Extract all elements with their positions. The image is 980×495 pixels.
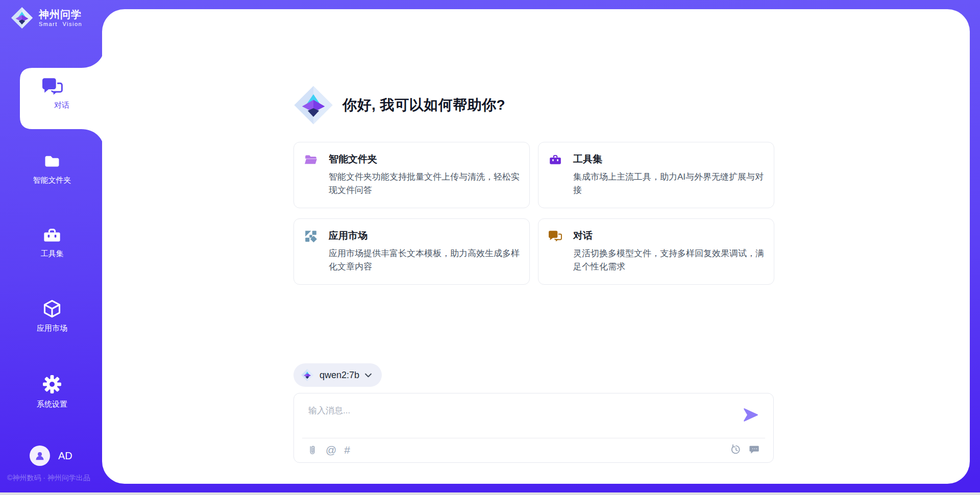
toolbox-icon [549, 153, 562, 166]
message-input[interactable] [308, 402, 737, 420]
brand-name: 神州问学 [39, 9, 82, 20]
feature-cards: 智能文件夹 智能文件夹功能支持批量文件上传与清洗，轻松实现文件问答 工具集 集成… [293, 142, 774, 285]
brand-subtitle: Smart Vision [39, 21, 82, 27]
diamond-logo-icon [292, 84, 334, 126]
greeting-block: 你好, 我可以如何帮助你? [292, 84, 505, 126]
composer-divider [302, 438, 765, 438]
active-tab-shape[interactable] [19, 45, 105, 153]
user-profile[interactable]: AD [30, 445, 72, 466]
card-description: 集成市场上主流工具，助力AI与外界无缝扩展与对接 [573, 170, 768, 196]
card-description: 智能文件夹功能支持批量文件上传与清洗，轻松实现文件问答 [329, 170, 524, 196]
sidebar-item-chat[interactable]: 对话 [19, 101, 105, 110]
message-composer: @ # [293, 393, 774, 463]
send-icon[interactable] [743, 407, 759, 423]
card-title: 对话 [573, 229, 768, 242]
mention-icon[interactable]: @ [326, 443, 336, 457]
card-title: 智能文件夹 [329, 153, 524, 166]
card-app-market[interactable]: 应用市场 应用市场提供丰富长文本模板，助力高效生成多样化文章内容 [293, 218, 530, 285]
gear-icon [42, 374, 62, 394]
window-bottom-edge [0, 492, 980, 495]
history-icon[interactable] [730, 443, 742, 455]
composer-left-tools: @ # [307, 443, 350, 457]
card-smart-folders[interactable]: 智能文件夹 智能文件夹功能支持批量文件上传与清洗，轻松实现文件问答 [293, 142, 530, 208]
sidebar-item-smart-folders[interactable]: 智能文件夹 [0, 152, 104, 185]
hashtag-icon[interactable]: # [344, 443, 350, 457]
composer-right-tools [730, 443, 761, 455]
sidebar-item-label: 工具集 [0, 249, 104, 259]
chevron-down-icon [365, 373, 372, 378]
folder-open-icon [304, 153, 317, 166]
sidebar-item-label: 系统设置 [0, 400, 104, 409]
greeting-title: 你好, 我可以如何帮助你? [342, 95, 505, 115]
avatar [30, 445, 50, 466]
main-content-panel: 你好, 我可以如何帮助你? 智能文件夹 智能文件夹功能支持批量文件上传与清洗，轻… [102, 9, 970, 484]
sidebar-item-settings[interactable]: 系统设置 [0, 374, 104, 409]
sidebar-item-label: 应用市场 [0, 324, 104, 333]
chat-icon[interactable] [42, 77, 63, 97]
model-selector[interactable]: qwen2:7b [293, 363, 382, 387]
diamond-logo-icon [301, 368, 314, 382]
sidebar-item-toolset[interactable]: 工具集 [0, 227, 104, 259]
card-description: 灵活切换多模型文件，支持多样回复效果调试，满足个性化需求 [573, 247, 768, 273]
comment-icon[interactable] [749, 443, 761, 455]
paperclip-icon[interactable] [307, 443, 318, 457]
diamond-logo-icon [10, 6, 34, 30]
copyright-footer: ©神州数码 · 神州问学出品 [7, 474, 90, 483]
person-icon [33, 449, 46, 462]
folder-icon [43, 152, 61, 170]
brand-logo: 神州问学 Smart Vision [10, 6, 82, 30]
toolbox-icon [42, 227, 62, 244]
sidebar-item-label: 智能文件夹 [0, 176, 104, 185]
sidebar-item-app-market[interactable]: 应用市场 [0, 299, 104, 333]
card-title: 应用市场 [329, 229, 524, 242]
card-toolset[interactable]: 工具集 集成市场上主流工具，助力AI与外界无缝扩展与对接 [538, 142, 774, 208]
card-description: 应用市场提供丰富长文本模板，助力高效生成多样化文章内容 [329, 247, 524, 273]
card-chat[interactable]: 对话 灵活切换多模型文件，支持多样回复效果调试，满足个性化需求 [538, 218, 774, 285]
app-grid-icon [304, 230, 317, 243]
model-name: qwen2:7b [320, 370, 359, 381]
cube-icon [42, 299, 62, 318]
chat-icon [549, 230, 562, 243]
card-title: 工具集 [573, 153, 768, 166]
user-name: AD [58, 450, 72, 462]
